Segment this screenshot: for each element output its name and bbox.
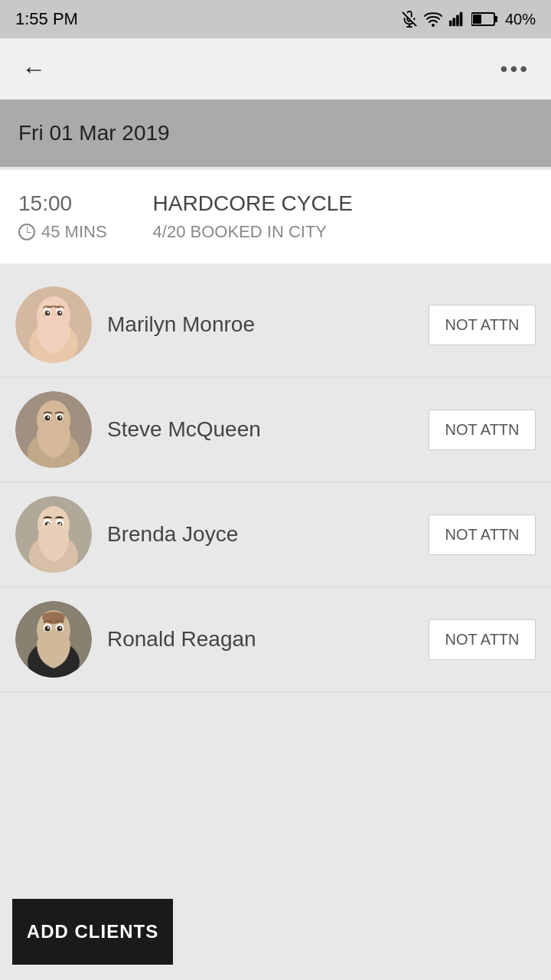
back-button[interactable]: ← — [15, 49, 52, 90]
table-row: Steve McQueen NOT ATTN — [0, 377, 551, 482]
duration-text: 45 MINS — [41, 222, 107, 242]
avatar — [15, 391, 92, 468]
svg-point-44 — [60, 523, 61, 524]
battery-percentage: 40% — [505, 11, 536, 28]
status-icons: 40% — [401, 11, 536, 28]
client-name: Ronald Reagan — [107, 627, 413, 652]
date-text: Fri 01 Mar 2019 — [18, 121, 170, 145]
signal-icon — [448, 11, 465, 28]
mute-icon — [401, 11, 418, 28]
attn-button-steve[interactable]: NOT ATTN — [429, 410, 536, 450]
session-name: HARDCORE CYCLE — [153, 191, 353, 216]
session-duration: 45 MINS — [18, 222, 107, 242]
session-time: 15:00 — [18, 191, 107, 216]
svg-rect-5 — [452, 18, 455, 26]
svg-point-3 — [432, 24, 435, 27]
wifi-icon — [424, 11, 442, 28]
svg-point-55 — [60, 627, 61, 629]
table-row: Marilyn Monroe NOT ATTN — [0, 273, 551, 377]
svg-point-19 — [57, 311, 63, 316]
date-header: Fri 01 Mar 2019 — [0, 100, 551, 167]
status-time: 1:55 PM — [15, 9, 78, 29]
svg-point-52 — [45, 626, 51, 632]
client-name: Marilyn Monroe — [107, 312, 413, 337]
session-time-col: 15:00 45 MINS — [18, 191, 107, 242]
battery-icon — [471, 11, 499, 27]
svg-rect-10 — [473, 15, 481, 24]
svg-rect-7 — [460, 12, 463, 26]
svg-point-33 — [47, 416, 49, 418]
svg-rect-4 — [449, 21, 452, 26]
session-info-col: HARDCORE CYCLE 4/20 BOOKED IN CITY — [153, 191, 353, 242]
avatar — [15, 601, 92, 678]
attn-button-ronald[interactable]: NOT ATTN — [429, 619, 536, 660]
svg-point-34 — [60, 416, 61, 418]
svg-point-20 — [47, 312, 49, 313]
avatar — [15, 496, 92, 573]
status-bar: 1:55 PM 40% — [0, 0, 551, 38]
svg-rect-9 — [494, 16, 497, 22]
clock-icon — [18, 224, 35, 240]
svg-point-21 — [60, 312, 61, 313]
client-name: Brenda Joyce — [107, 522, 413, 547]
table-row: Brenda Joyce NOT ATTN — [0, 482, 551, 587]
top-nav: ← ••• — [0, 38, 551, 100]
add-clients-button[interactable]: ADD CLIENTS — [12, 899, 173, 965]
attn-button-brenda[interactable]: NOT ATTN — [429, 514, 536, 555]
svg-point-32 — [57, 416, 63, 421]
svg-point-18 — [45, 311, 51, 316]
svg-point-53 — [57, 626, 63, 632]
client-list: Marilyn Monroe NOT ATTN Steve McQueen NO… — [0, 273, 551, 799]
client-name: Steve McQueen — [107, 417, 413, 442]
svg-rect-6 — [456, 15, 459, 27]
svg-point-31 — [45, 416, 51, 421]
avatar — [15, 286, 92, 363]
session-card: 15:00 45 MINS HARDCORE CYCLE 4/20 BOOKED… — [0, 170, 551, 263]
table-row: Ronald Reagan NOT ATTN — [0, 587, 551, 692]
svg-point-54 — [47, 627, 49, 629]
session-booked: 4/20 BOOKED IN CITY — [153, 222, 353, 242]
attn-button-marilyn[interactable]: NOT ATTN — [429, 305, 536, 345]
more-button[interactable]: ••• — [494, 51, 536, 87]
